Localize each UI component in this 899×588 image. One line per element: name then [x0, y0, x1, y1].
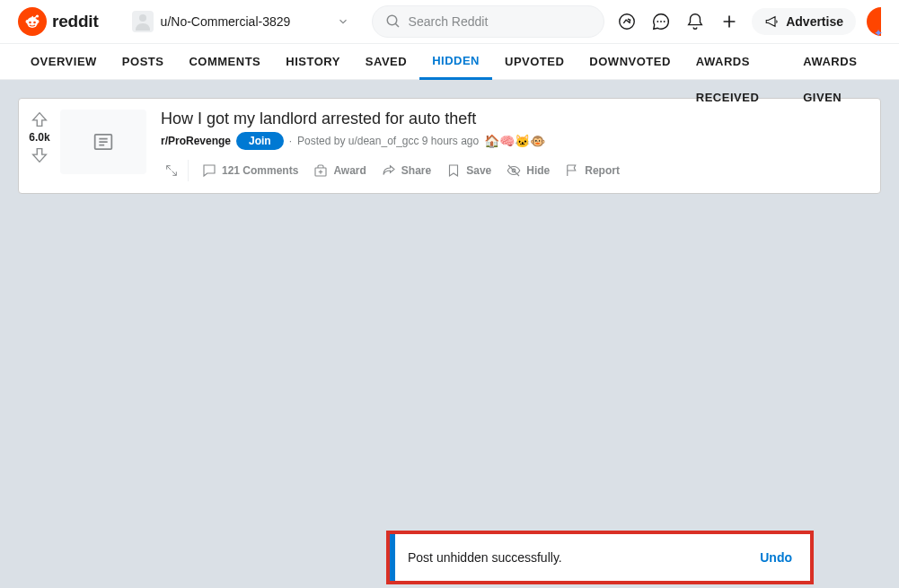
toast-notification: Post unhidden successfully. Undo — [386, 531, 814, 584]
reddit-logo[interactable]: reddit — [18, 7, 99, 36]
tab-upvoted[interactable]: UPVOTED — [492, 44, 577, 80]
megaphone-icon — [764, 13, 780, 30]
svg-point-4 — [29, 22, 31, 24]
tab-saved[interactable]: SAVED — [353, 44, 419, 80]
reddit-mark-icon — [18, 7, 47, 36]
username-label: u/No-Commercial-3829 — [161, 14, 330, 29]
toast-message: Post unhidden successfully. — [395, 550, 760, 565]
award-icon[interactable]: 🧠 — [499, 134, 515, 148]
svg-point-7 — [387, 15, 397, 25]
posted-by: Posted by u/dean_of_gcc 9 hours ago — [297, 135, 479, 147]
top-header: reddit u/No-Commercial-3829 — [0, 0, 899, 44]
header-actions: Advertise ✦ — [612, 6, 881, 37]
post-meta: r/ProRevenge Join · Posted by u/dean_of_… — [161, 132, 873, 150]
awards-row: 🏠🧠🐱🐵 — [484, 134, 545, 148]
svg-point-6 — [139, 14, 146, 22]
svg-point-9 — [657, 21, 659, 22]
reddit-wordmark: reddit — [52, 12, 99, 31]
search-input[interactable] — [409, 14, 592, 29]
post-title[interactable]: How I got my landlord arrested for auto … — [161, 110, 873, 128]
search-container — [372, 5, 605, 38]
post-actions: 121 Comments Award Share Save Hide — [161, 159, 873, 182]
award-icon[interactable]: 🐵 — [530, 134, 545, 148]
svg-point-3 — [36, 20, 40, 23]
search-box[interactable] — [372, 5, 605, 38]
downvote-icon[interactable] — [30, 145, 49, 165]
post-card[interactable]: 6.0k How I got my landlord arrested for … — [18, 98, 881, 194]
content-area: 6.0k How I got my landlord arrested for … — [0, 80, 899, 212]
advertise-label: Advertise — [786, 14, 843, 29]
save-button[interactable]: Save — [440, 159, 497, 182]
meta-separator: · — [289, 135, 292, 147]
award-button[interactable]: Award — [307, 159, 371, 182]
chevron-down-icon — [337, 15, 349, 28]
tab-downvoted[interactable]: DOWNVOTED — [577, 44, 683, 80]
notifications-icon[interactable] — [680, 6, 710, 37]
report-button[interactable]: Report — [559, 159, 625, 182]
award-icon[interactable]: 🏠 — [484, 134, 499, 148]
author-link[interactable]: u/dean_of_gcc — [348, 135, 419, 147]
comments-button[interactable]: 121 Comments — [196, 159, 304, 182]
hide-button[interactable]: Hide — [500, 159, 555, 182]
tab-overview[interactable]: OVERVIEW — [18, 44, 110, 80]
user-menu[interactable]: ✦ — [867, 7, 881, 36]
popular-icon[interactable] — [612, 6, 642, 37]
tab-awards_given[interactable]: AWARDS GIVEN — [790, 44, 881, 80]
post-thumbnail[interactable] — [60, 110, 146, 174]
upvote-icon[interactable] — [30, 110, 49, 129]
tab-comments[interactable]: COMMENTS — [176, 44, 273, 80]
search-icon — [385, 13, 401, 30]
subreddit-link[interactable]: r/ProRevenge — [161, 135, 231, 147]
join-button[interactable]: Join — [236, 132, 284, 150]
user-dropdown[interactable]: u/No-Commercial-3829 — [124, 6, 357, 37]
chat-icon[interactable] — [646, 6, 676, 37]
tab-hidden[interactable]: HIDDEN — [419, 44, 492, 80]
award-icon[interactable]: 🐱 — [515, 134, 530, 148]
svg-point-11 — [664, 21, 665, 22]
avatar-icon — [132, 11, 154, 32]
svg-point-8 — [620, 14, 635, 30]
tab-posts[interactable]: POSTS — [110, 44, 177, 80]
svg-point-2 — [26, 20, 30, 23]
create-post-icon[interactable] — [714, 6, 745, 37]
vote-column: 6.0k — [19, 106, 60, 186]
expand-icon[interactable] — [161, 160, 189, 181]
share-button[interactable]: Share — [375, 159, 436, 182]
vote-count: 6.0k — [29, 131, 49, 144]
post-age: 9 hours ago — [422, 135, 479, 147]
profile-tabs: OVERVIEWPOSTSCOMMENTSHISTORYSAVEDHIDDENU… — [0, 44, 899, 80]
post-body: How I got my landlord arrested for auto … — [154, 106, 880, 186]
svg-point-5 — [33, 22, 36, 24]
sparkle-icon: ✦ — [874, 27, 883, 39]
tab-awards_received[interactable]: AWARDS RECEIVED — [683, 44, 790, 80]
advertise-button[interactable]: Advertise — [752, 8, 856, 35]
undo-button[interactable]: Undo — [760, 550, 810, 565]
tab-history[interactable]: HISTORY — [273, 44, 353, 80]
svg-point-10 — [660, 21, 662, 22]
